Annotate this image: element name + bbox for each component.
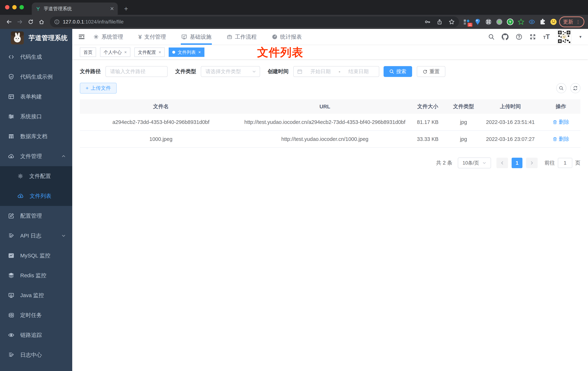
browser-menu-icon[interactable]: ⋮ [576, 19, 580, 25]
search-icon[interactable] [488, 34, 494, 40]
browser-update-button[interactable]: 更新 ⋮ [559, 16, 584, 27]
sidebar-item-form-builder[interactable]: 表单构建 [0, 87, 72, 106]
font-size-icon[interactable]: TT [543, 33, 550, 41]
fullscreen-icon[interactable] [529, 34, 536, 40]
trash-icon [553, 137, 557, 141]
file-path-input[interactable] [105, 66, 168, 77]
tab-system-mgmt[interactable]: 系统管理 [93, 29, 123, 45]
tag-close-icon[interactable]: × [124, 50, 127, 55]
browser-tab[interactable]: 芋道管理系统 ✕ [32, 2, 118, 15]
close-window-button[interactable] [5, 5, 9, 9]
extension-star-icon[interactable] [518, 18, 525, 25]
monitor-icon [8, 292, 14, 298]
github-icon[interactable] [502, 33, 509, 40]
sidebar-item-cron[interactable]: 定时任务 [0, 305, 72, 325]
top-navigation: 系统管理 ¥ 支付管理 基础设施 工作流程 [93, 29, 302, 45]
delete-button[interactable]: 删除 [553, 136, 569, 143]
sidebar-item-db-doc[interactable]: 数据库文档 [0, 127, 72, 146]
avatar-caret-icon[interactable]: ▼ [579, 35, 582, 39]
site-info-icon[interactable] [54, 19, 60, 25]
omnibox-actions [424, 19, 455, 25]
search-button[interactable]: 搜索 [384, 66, 412, 77]
page-number-current[interactable]: 1 [512, 158, 523, 168]
next-page-button[interactable] [526, 158, 538, 168]
sidebar: 芋道管理系统 代码生成 代码生成示例 表单构建 系统接口 数据库文档 [0, 29, 72, 371]
forward-button[interactable] [14, 16, 25, 27]
reload-button[interactable] [25, 16, 36, 27]
sidebar-item-config-mgmt[interactable]: 配置管理 [0, 206, 72, 226]
dashboard-icon [272, 34, 278, 40]
sidebar-item-label: 代码生成 [20, 53, 42, 61]
date-range-picker[interactable]: 开始日期 - 结束日期 [293, 66, 379, 77]
refresh-list-button[interactable] [570, 83, 580, 93]
share-icon[interactable] [437, 19, 442, 25]
file-type-select[interactable]: 请选择文件类型 [201, 66, 260, 77]
col-header-action: 操作 [541, 103, 580, 110]
sidebar-item-label: 定时任务 [20, 312, 42, 319]
sidebar-item-java[interactable]: Java 监控 [0, 285, 72, 305]
zoom-window-button[interactable] [20, 5, 24, 9]
nav-label: 支付管理 [144, 33, 166, 41]
show-search-button[interactable] [556, 83, 566, 93]
extension-record-icon[interactable] [496, 18, 503, 25]
tag-file-config[interactable]: 文件配置 × [134, 47, 165, 57]
sidebar-item-mysql[interactable]: MySQL 监控 [0, 246, 72, 265]
goto-label: 前往 [545, 159, 555, 167]
extension-puzzle-icon[interactable] [539, 18, 546, 25]
avatar-qr[interactable] [557, 30, 571, 44]
goto-page-input[interactable] [558, 158, 572, 168]
password-key-icon[interactable] [424, 19, 430, 25]
new-tab-button[interactable]: + [121, 4, 131, 13]
upload-button-label: 上传文件 [91, 85, 111, 92]
help-icon[interactable] [516, 34, 522, 40]
col-header-type: 文件类型 [448, 103, 479, 110]
nav-label: 系统管理 [102, 33, 123, 41]
nav-label: 工作流程 [235, 33, 257, 41]
sidebar-collapse-icon[interactable] [78, 33, 85, 41]
upload-file-button[interactable]: + 上传文件 [80, 83, 117, 94]
minimize-window-button[interactable] [12, 5, 17, 9]
tab-workflow[interactable]: 工作流程 [227, 29, 257, 45]
prev-page-button[interactable] [496, 158, 508, 168]
table-row: 1000.jpeg http://test.yudao.iocoder.cn/1… [80, 131, 580, 148]
tab-payment-mgmt[interactable]: ¥ 支付管理 [138, 29, 166, 45]
reset-button[interactable]: 重置 [417, 66, 445, 77]
sidebar-item-api-log[interactable]: API 日志 [0, 226, 72, 246]
tag-profile[interactable]: 个人中心 × [100, 47, 130, 57]
bookmark-star-icon[interactable] [449, 19, 455, 25]
tag-close-icon[interactable]: × [158, 50, 161, 55]
extension-balloon-icon[interactable] [474, 18, 481, 25]
tag-home[interactable]: 首页 [80, 47, 96, 57]
back-button[interactable] [4, 16, 14, 27]
extension-emoji-icon[interactable] [550, 18, 557, 25]
code-icon [8, 54, 14, 60]
tab-infrastructure[interactable]: 基础设施 [181, 29, 211, 45]
chevron-down-icon [252, 70, 256, 74]
cell-file-type: jpg [448, 136, 479, 142]
sidebar-item-code-demo[interactable]: 代码生成示例 [0, 67, 72, 87]
col-header-size: 文件大小 [408, 103, 448, 110]
sidebar-item-trace[interactable]: 链路追踪 [0, 325, 72, 345]
address-bar[interactable]: 127.0.0.1:1024/infra/file/file [50, 16, 459, 27]
sidebar-item-file-list[interactable]: 文件列表 [0, 186, 72, 206]
sidebar-item-system-api[interactable]: 系统接口 [0, 106, 72, 127]
home-button[interactable] [36, 16, 47, 27]
tag-close-icon[interactable]: × [198, 50, 201, 55]
cell-file-name: 1000.jpeg [80, 136, 242, 142]
tag-file-list[interactable]: 文件列表 × [169, 47, 204, 57]
extension-eye-icon[interactable] [528, 18, 535, 25]
tab-close-icon[interactable]: ✕ [110, 6, 114, 12]
sidebar-logo-row[interactable]: 芋道管理系统 [0, 29, 72, 47]
extension-tabs-icon[interactable]: 11 [463, 18, 470, 25]
col-header-time: 上传时间 [479, 103, 541, 110]
sidebar-item-code-gen[interactable]: 代码生成 [0, 47, 72, 67]
sidebar-item-file-mgmt[interactable]: 文件管理 [0, 146, 72, 166]
extension-command-icon[interactable] [485, 18, 492, 25]
delete-button[interactable]: 删除 [553, 118, 569, 126]
sidebar-item-file-config[interactable]: 文件配置 [0, 166, 72, 186]
extension-y-icon[interactable]: Y [507, 18, 514, 25]
tab-reports[interactable]: 统计报表 [272, 29, 302, 45]
sidebar-item-log-center[interactable]: 日志中心 [0, 345, 72, 365]
page-size-select[interactable]: 10条/页 [458, 158, 491, 168]
sidebar-item-redis[interactable]: Redis 监控 [0, 265, 72, 285]
